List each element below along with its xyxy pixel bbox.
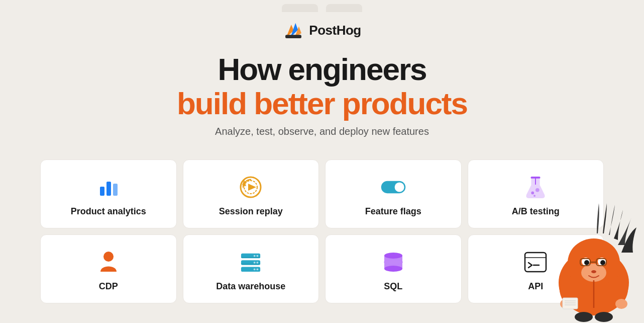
sql-icon — [380, 249, 406, 275]
session-replay-icon — [238, 174, 264, 200]
ab-testing-icon — [522, 174, 549, 200]
svg-point-43 — [600, 260, 605, 265]
svg-point-12 — [394, 183, 404, 192]
feature-card-feature-flags[interactable]: Feature flags — [325, 159, 462, 228]
feature-label-api: API — [528, 281, 543, 292]
feature-flags-icon — [380, 174, 406, 200]
feature-card-data-warehouse[interactable]: Data warehouse — [183, 234, 319, 303]
svg-point-28 — [257, 269, 259, 271]
hero-title-line1: How engineers — [0, 52, 644, 87]
svg-rect-55 — [563, 298, 578, 309]
svg-point-22 — [254, 255, 256, 257]
feature-label-feature-flags: Feature flags — [365, 206, 421, 217]
hero-section: How engineers build better products Anal… — [0, 47, 644, 149]
feature-label-product-analytics: Product analytics — [71, 206, 146, 217]
svg-point-32 — [384, 266, 402, 272]
svg-rect-3 — [285, 35, 301, 38]
svg-point-54 — [595, 312, 613, 322]
feature-label-cdp: CDP — [99, 281, 118, 292]
svg-rect-4 — [100, 187, 104, 196]
svg-marker-9 — [248, 184, 256, 191]
nav-tab-1[interactable] — [282, 4, 318, 12]
feature-card-cdp[interactable]: CDP — [40, 234, 177, 303]
feature-card-product-analytics[interactable]: Product analytics — [40, 159, 177, 228]
svg-point-47 — [591, 270, 596, 273]
hedgehog-mascot — [544, 202, 644, 323]
svg-point-15 — [535, 188, 540, 192]
svg-point-53 — [575, 312, 593, 322]
feature-label-session-replay: Session replay — [219, 206, 283, 217]
svg-point-26 — [254, 262, 256, 264]
nav-tabs — [0, 0, 644, 12]
cdp-icon — [95, 249, 122, 275]
feature-label-sql: SQL — [384, 281, 402, 292]
analytics-icon — [95, 174, 122, 200]
hero-title-line2: build better products — [0, 87, 644, 121]
data-warehouse-icon — [238, 249, 264, 275]
header: PostHog — [0, 12, 644, 47]
svg-rect-6 — [113, 184, 118, 196]
logo: PostHog — [283, 21, 361, 39]
svg-point-51 — [615, 299, 627, 309]
feature-card-session-replay[interactable]: Session replay — [183, 159, 319, 228]
svg-point-18 — [103, 252, 114, 262]
svg-point-14 — [531, 192, 534, 195]
svg-point-42 — [584, 260, 589, 265]
svg-point-16 — [533, 195, 535, 197]
svg-point-21 — [257, 255, 259, 257]
hero-subtitle: Analyze, test, observe, and deploy new f… — [0, 126, 644, 137]
logo-text: PostHog — [309, 23, 361, 38]
feature-label-data-warehouse: Data warehouse — [216, 281, 285, 292]
posthog-logo-icon — [283, 21, 304, 39]
svg-rect-5 — [106, 182, 111, 196]
feature-card-sql[interactable]: SQL — [325, 234, 462, 303]
svg-point-25 — [257, 262, 259, 264]
nav-tab-2[interactable] — [326, 4, 362, 12]
svg-point-29 — [254, 269, 256, 271]
